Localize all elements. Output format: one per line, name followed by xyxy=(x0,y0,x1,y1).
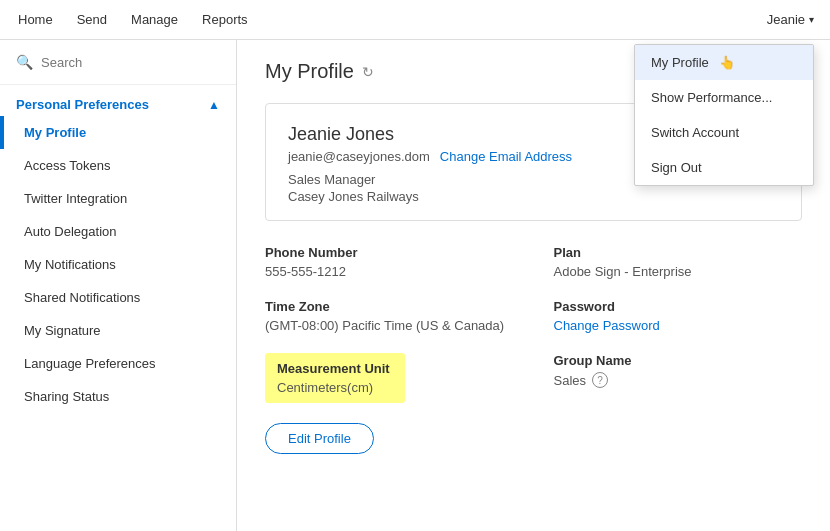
sidebar-item-access-tokens[interactable]: Access Tokens xyxy=(0,149,236,182)
top-nav: Home Send Manage Reports Jeanie My Profi… xyxy=(0,0,830,40)
nav-send[interactable]: Send xyxy=(75,8,109,31)
info-grid: Phone Number 555-555-1212 Plan Adobe Sig… xyxy=(265,245,802,419)
nav-reports[interactable]: Reports xyxy=(200,8,250,31)
user-menu-container: Jeanie My Profile 👆 Show Performance... … xyxy=(767,12,814,27)
phone-label: Phone Number xyxy=(265,245,514,260)
sidebar-item-my-notifications[interactable]: My Notifications xyxy=(0,248,236,281)
dropdown-sign-out[interactable]: Sign Out xyxy=(635,150,813,185)
sidebar-section-header: Personal Preferences ▲ xyxy=(0,85,236,116)
plan-value: Adobe Sign - Enterprise xyxy=(554,264,803,279)
dropdown-show-performance[interactable]: Show Performance... xyxy=(635,80,813,115)
phone-value: 555-555-1212 xyxy=(265,264,514,279)
user-dropdown: My Profile 👆 Show Performance... Switch … xyxy=(634,44,814,186)
cursor-icon: 👆 xyxy=(719,55,735,70)
nav-home[interactable]: Home xyxy=(16,8,55,31)
search-icon: 🔍 xyxy=(16,54,33,70)
group-block: Group Name Sales ? xyxy=(554,353,803,403)
plan-label: Plan xyxy=(554,245,803,260)
change-password-link[interactable]: Change Password xyxy=(554,318,660,333)
measurement-highlight: Measurement Unit Centimeters(cm) xyxy=(265,353,405,403)
edit-profile-button[interactable]: Edit Profile xyxy=(265,423,374,454)
measurement-value: Centimeters(cm) xyxy=(277,380,393,395)
measurement-label: Measurement Unit xyxy=(277,361,393,376)
measurement-block: Measurement Unit Centimeters(cm) xyxy=(265,353,514,403)
dropdown-switch-account[interactable]: Switch Account xyxy=(635,115,813,150)
refresh-icon[interactable]: ↻ xyxy=(362,64,374,80)
chevron-up-icon[interactable]: ▲ xyxy=(208,98,220,112)
profile-email: jeanie@caseyjones.dom xyxy=(288,149,430,164)
search-box: 🔍 xyxy=(0,40,236,85)
timezone-value: (GMT-08:00) Pacific Time (US & Canada) xyxy=(265,318,514,333)
sidebar-item-my-signature[interactable]: My Signature xyxy=(0,314,236,347)
help-icon[interactable]: ? xyxy=(592,372,608,388)
sidebar-item-sharing-status[interactable]: Sharing Status xyxy=(0,380,236,413)
sidebar-items: My Profile Access Tokens Twitter Integra… xyxy=(0,116,236,531)
nav-links: Home Send Manage Reports xyxy=(16,8,250,31)
change-email-link[interactable]: Change Email Address xyxy=(440,149,572,164)
phone-block: Phone Number 555-555-1212 xyxy=(265,245,514,279)
timezone-block: Time Zone (GMT-08:00) Pacific Time (US &… xyxy=(265,299,514,333)
dropdown-my-profile[interactable]: My Profile 👆 xyxy=(635,45,813,80)
page-title: My Profile xyxy=(265,60,354,83)
user-menu-button[interactable]: Jeanie xyxy=(767,12,814,27)
profile-company: Casey Jones Railways xyxy=(288,189,779,204)
sidebar-item-shared-notifications[interactable]: Shared Notifications xyxy=(0,281,236,314)
password-block: Password Change Password xyxy=(554,299,803,333)
group-value-row: Sales ? xyxy=(554,372,803,388)
plan-block: Plan Adobe Sign - Enterprise xyxy=(554,245,803,279)
sidebar-section-title: Personal Preferences xyxy=(16,97,149,112)
sidebar-item-language-preferences[interactable]: Language Preferences xyxy=(0,347,236,380)
sidebar-item-auto-delegation[interactable]: Auto Delegation xyxy=(0,215,236,248)
sidebar-item-twitter-integration[interactable]: Twitter Integration xyxy=(0,182,236,215)
search-input[interactable] xyxy=(41,55,220,70)
nav-manage[interactable]: Manage xyxy=(129,8,180,31)
group-value: Sales xyxy=(554,373,587,388)
sidebar-item-my-profile[interactable]: My Profile xyxy=(0,116,236,149)
password-label: Password xyxy=(554,299,803,314)
timezone-label: Time Zone xyxy=(265,299,514,314)
sidebar: 🔍 Personal Preferences ▲ My Profile Acce… xyxy=(0,40,237,531)
group-label: Group Name xyxy=(554,353,803,368)
